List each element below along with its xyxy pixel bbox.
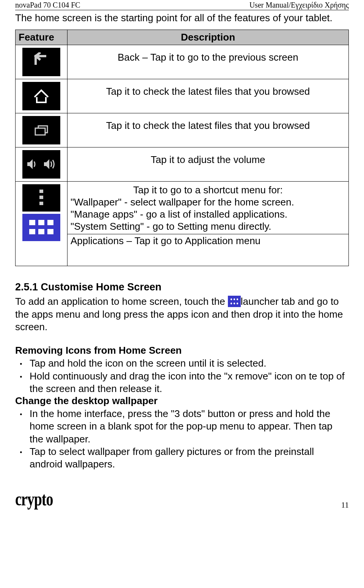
apps-grid-icon <box>22 214 60 241</box>
list-item: Tap and hold the icon on the screen unti… <box>15 357 349 370</box>
icon-cell-combo <box>16 181 67 266</box>
icon-cell-recent <box>16 113 67 147</box>
page-number: 11 <box>341 500 349 510</box>
icon-cell-back <box>16 45 67 79</box>
features-table: Feature Description Back – Tap it to go … <box>15 30 349 267</box>
removing-list: Tap and hold the icon on the screen unti… <box>15 357 349 395</box>
doc-title: User Manual/Εγχειρίδιο Χρήσης <box>249 1 349 9</box>
list-item: In the home interface, press the "3 dots… <box>15 408 349 445</box>
icon-cell-volume <box>16 147 67 181</box>
launcher-icon <box>228 296 241 307</box>
page-footer: crypto 11 <box>15 493 349 510</box>
page-header: novaPad 70 C104 FC User Manual/Εγχειρίδι… <box>15 1 349 10</box>
svg-rect-2 <box>39 196 43 199</box>
list-item: Hold continuously and drag the icon into… <box>15 370 349 395</box>
brand-logo: crypto <box>15 488 53 510</box>
desc-recent: Tap it to check the latest files that yo… <box>67 113 349 147</box>
back-icon <box>22 48 60 76</box>
home-icon <box>22 82 60 110</box>
wallpaper-title: Change the desktop wallpaper <box>15 395 349 407</box>
svg-rect-9 <box>47 229 53 234</box>
svg-rect-6 <box>47 220 53 225</box>
desc-apps: Applications – Tap it go to Application … <box>67 234 349 266</box>
section-customise-title: 2.5.1 Customise Home Screen <box>15 281 349 293</box>
wallpaper-list: In the home interface, press the "3 dots… <box>15 408 349 470</box>
svg-rect-1 <box>39 190 43 193</box>
svg-rect-8 <box>38 229 44 234</box>
section-customise-body: To add an application to home screen, to… <box>15 295 349 333</box>
desc-shortcut: Tap it to go to a shortcut menu for: "Wa… <box>67 181 349 234</box>
icon-cell-home <box>16 79 67 113</box>
th-feature: Feature <box>16 30 67 45</box>
svg-rect-0 <box>35 128 45 135</box>
recent-apps-icon <box>22 116 60 144</box>
svg-rect-5 <box>38 220 44 225</box>
desc-volume: Tap it to adjust the volume <box>67 147 349 181</box>
desc-home: Tap it to check the latest files that yo… <box>67 79 349 113</box>
removing-title: Removing Icons from Home Screen <box>15 345 349 356</box>
th-description: Description <box>67 30 349 45</box>
desc-back: Back – Tap it to go to the previous scre… <box>67 45 349 79</box>
volume-icon <box>22 150 60 179</box>
svg-rect-3 <box>39 202 43 205</box>
device-name: novaPad 70 C104 FC <box>15 1 80 9</box>
intro-text: The home screen is the starting point fo… <box>15 12 349 24</box>
three-dots-icon <box>22 184 60 212</box>
svg-rect-7 <box>29 229 35 234</box>
list-item: Tap to select wallpaper from gallery pic… <box>15 445 349 471</box>
svg-rect-4 <box>29 220 35 225</box>
